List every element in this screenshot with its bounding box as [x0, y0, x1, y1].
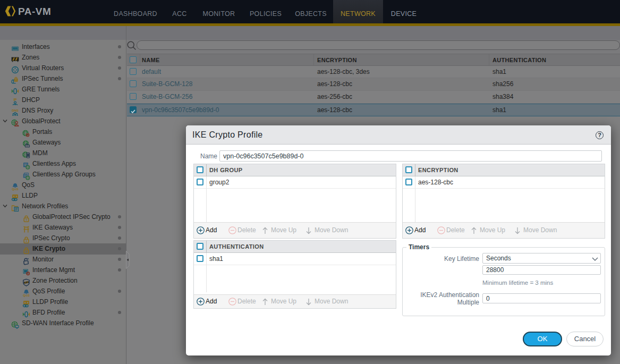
- svg-text:IP: IP: [13, 98, 17, 101]
- svg-text:DNS: DNS: [12, 109, 19, 112]
